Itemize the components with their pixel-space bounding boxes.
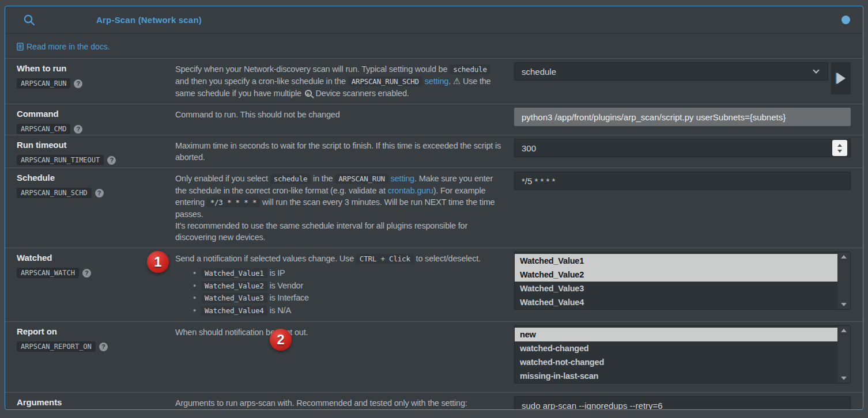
scrollbar-down-icon[interactable] [841, 303, 847, 306]
inline-link[interactable]: setting [391, 174, 414, 183]
setting-row-arguments: Arguments ARPSCAN_ARGS ? Arguments to ru… [5, 392, 863, 410]
help-icon[interactable]: ? [74, 79, 82, 88]
spinner-down-icon[interactable] [837, 150, 842, 153]
scrollbar-up-icon[interactable] [841, 255, 847, 259]
report-on-multiselect[interactable]: newwatched-changedwatched-not-changedmis… [514, 325, 851, 383]
scrollbar-down-icon[interactable] [841, 377, 847, 380]
help-icon[interactable]: ? [99, 343, 108, 351]
bullet-item: Watched_Value3 is Interface [201, 292, 505, 305]
arp-scan-settings-card: Arp-Scan (Network scan) Read more in the… [5, 6, 863, 410]
help-icon[interactable]: ? [74, 125, 82, 134]
setting-code: ARPSCAN_RUN_TIMEOUT [17, 155, 104, 165]
inline-code: schedule [270, 174, 311, 184]
option-Watched_Value1[interactable]: Watched_Value1 [515, 254, 837, 268]
inline-code: CTRL + Click [356, 254, 414, 264]
option-new[interactable]: new [515, 328, 837, 341]
spinner-up-icon[interactable] [837, 144, 842, 147]
setting-label: When to run [17, 63, 175, 73]
inline-code: Watched_Value3 [201, 293, 267, 303]
option-watched-not-changed[interactable]: watched-not-changed [515, 355, 837, 369]
setting-row-run-timeout: Run timeout ARPSCAN_RUN_TIMEOUT ? Maximu… [5, 135, 863, 168]
chevron-down-icon [813, 67, 819, 73]
help-icon[interactable]: ? [107, 156, 116, 165]
page-title: Arp-Scan (Network scan) [96, 15, 202, 25]
option-watched-changed[interactable]: watched-changed [515, 341, 837, 355]
setting-description: Specify when your Network-discovery scan… [175, 59, 514, 104]
inline-link[interactable]: setting [425, 77, 448, 86]
play-icon [837, 73, 846, 84]
docs-icon [17, 43, 24, 51]
watched-multiselect[interactable]: Watched_Value1Watched_Value2Watched_Valu… [514, 252, 851, 310]
inline-code: Watched_Value1 [201, 268, 267, 278]
setting-code: ARPSCAN_WATCH [17, 268, 79, 278]
when-to-run-select[interactable]: schedule [514, 62, 828, 81]
setting-code: ARPSCAN_RUN_SCHD [17, 188, 92, 198]
setting-label: Report on [17, 326, 175, 336]
option-Watched_Value2[interactable]: Watched_Value2 [515, 268, 837, 282]
multiselect-scrollbar[interactable] [837, 326, 850, 383]
option-Watched_Value3[interactable]: Watched_Value3 [515, 282, 837, 295]
setting-code: ARPSCAN_RUN [17, 78, 70, 89]
value-bullet-list: Watched_Value1 is IPWatched_Value2 is Ve… [175, 267, 505, 317]
select-value: schedule [522, 67, 556, 77]
status-dot [841, 16, 850, 24]
bullet-item: Watched_Value1 is IP [201, 267, 505, 280]
arguments-input[interactable] [514, 396, 851, 410]
help-icon[interactable]: ? [82, 269, 91, 278]
setting-label: Run timeout [17, 140, 175, 150]
annotation-badge-2: 2 [270, 329, 292, 351]
card-header: Arp-Scan (Network scan) [5, 6, 863, 34]
bullet-item: Watched_Value4 is N/A [201, 305, 505, 317]
zoom-in-icon [305, 90, 312, 97]
command-input [514, 108, 851, 126]
warning-icon: ⚠ [453, 76, 461, 86]
setting-code: ARPSCAN_CMD [17, 124, 70, 134]
number-spinner[interactable] [832, 140, 847, 156]
help-icon[interactable]: ? [95, 189, 104, 197]
setting-row-report-on: Report on ARPSCAN_REPORT_ON ? When shoul… [5, 321, 863, 392]
run-plugin-button[interactable] [831, 62, 851, 94]
setting-description: Only enabled if you select schedule in t… [175, 168, 514, 248]
inline-code: Watched_Value2 [201, 281, 267, 291]
option-Watched_Value4[interactable]: Watched_Value4 [515, 295, 837, 309]
scrollbar-up-icon[interactable] [841, 329, 847, 332]
inline-code: Watched_Value4 [201, 306, 267, 316]
setting-description: Arguments to run arps-scan with. Recomme… [175, 393, 514, 410]
setting-label: Arguments [17, 397, 175, 407]
setting-row-command: Command ARPSCAN_CMD ? Command to run. Th… [5, 104, 863, 135]
multiselect-scrollbar[interactable] [837, 252, 850, 309]
inline-code: */3 * * * * [207, 197, 261, 207]
search-icon[interactable] [22, 13, 36, 27]
setting-label: Command [17, 109, 175, 119]
setting-description: Maximum time in seconds to wait for the … [175, 135, 514, 168]
setting-label: Schedule [17, 173, 175, 183]
schedule-input[interactable] [514, 172, 851, 190]
setting-row-schedule: Schedule ARPSCAN_RUN_SCHD ? Only enabled… [5, 168, 863, 248]
inline-link[interactable]: crontab.guru [388, 186, 433, 195]
docs-link[interactable]: Read more in the docs. [27, 42, 110, 51]
inline-code: schedule [450, 64, 490, 74]
plugin-settings-page: Arp-Scan (Network scan) Read more in the… [0, 0, 868, 418]
setting-description: Command to run. This should not be chang… [175, 104, 514, 135]
setting-description: When should notification be sent out. [175, 322, 514, 392]
inline-code: ARPSCAN_RUN_SCHD [348, 77, 422, 86]
setting-row-when-to-run: When to run ARPSCAN_RUN ? Specify when y… [5, 58, 863, 104]
inline-code: ARPSCAN_RUN [335, 174, 388, 184]
docs-row: Read more in the docs. [5, 34, 863, 58]
option-missing-in-last-scan[interactable]: missing-in-last-scan [515, 369, 837, 383]
run-timeout-input[interactable] [514, 139, 851, 157]
setting-description: Send a notification if selected values c… [175, 248, 514, 321]
bullet-item: Watched_Value2 is Vendor [201, 280, 505, 292]
setting-code: ARPSCAN_REPORT_ON [17, 341, 96, 352]
setting-row-watched: Watched ARPSCAN_WATCH ? Send a notificat… [5, 248, 863, 321]
annotation-badge-1: 1 [147, 251, 169, 273]
